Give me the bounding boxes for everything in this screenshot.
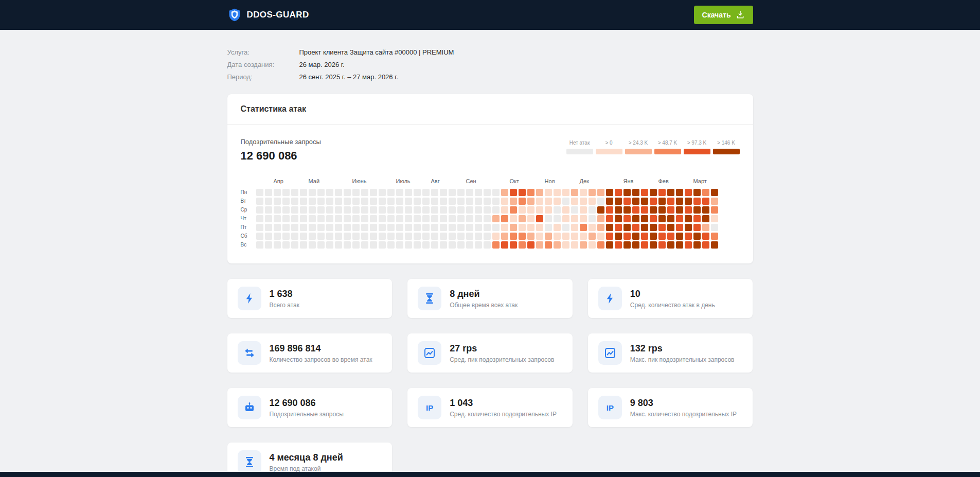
heatmap-cell: [422, 198, 430, 205]
heatmap-cell: [650, 224, 657, 231]
heatmap-cell: [693, 224, 701, 231]
heatmap-cell: [554, 189, 561, 196]
heatmap-cell: [632, 215, 639, 222]
legend-label: > 97.3 K: [687, 140, 707, 146]
heatmap-cell: [711, 206, 718, 214]
heatmap-cell: [475, 198, 482, 205]
heatmap-cell: [326, 224, 333, 231]
heatmap-cell: [475, 215, 482, 222]
stat-value: 4 месяца 8 дней: [270, 452, 343, 463]
heatmap-cell: [632, 206, 639, 214]
legend-swatch: [654, 149, 681, 154]
heatmap-cell: [282, 189, 290, 196]
heatmap-cell: [667, 215, 674, 222]
heatmap-cell: [545, 198, 552, 205]
heatmap-cell: [650, 198, 657, 205]
heatmap-cell: [676, 189, 683, 196]
legend-item: > 48.7 K: [654, 140, 681, 154]
heatmap-cell: [623, 198, 631, 205]
heatmap-cell: [615, 215, 622, 222]
stat-card: 27 rpsСред. пик подозрительных запросов: [407, 333, 573, 373]
heatmap-cell: [414, 233, 421, 240]
heatmap-cell: [562, 241, 569, 249]
meta-row-service: Услуга: Проект клиента Защита сайта #000…: [227, 48, 753, 56]
heatmap-cell: [632, 224, 639, 231]
heatmap-cell: [379, 206, 386, 214]
heatmap-cell: [457, 189, 465, 196]
download-button-label: Скачать: [702, 11, 731, 19]
heatmap-cell: [545, 189, 552, 196]
heatmap-cell: [265, 224, 272, 231]
heatmap-cell: [527, 241, 534, 249]
heatmap-cell: [449, 198, 456, 205]
day-label: Вс: [241, 241, 256, 250]
heatmap-cell: [615, 189, 622, 196]
heatmap-cell: [597, 189, 604, 196]
heatmap-cell: [335, 233, 342, 240]
heatmap-cell: [571, 241, 578, 249]
heatmap-cell: [580, 233, 587, 240]
stat-value: 169 896 814: [270, 343, 372, 354]
stat-card: 1 638Всего атак: [227, 279, 393, 318]
heatmap-cell: [414, 198, 421, 205]
heatmap-cell: [344, 233, 351, 240]
heatmap-cell: [282, 198, 290, 205]
heatmap-cell: [562, 198, 569, 205]
heatmap-cell: [597, 241, 604, 249]
stat-label: Сред. количество атак в день: [630, 302, 715, 309]
heatmap-cell: [685, 241, 692, 249]
heatmap-cell: [431, 189, 438, 196]
heatmap-cell: [510, 241, 517, 249]
heatmap-cell: [554, 215, 561, 222]
heatmap-cell: [457, 206, 465, 214]
heatmap-cell: [597, 215, 604, 222]
legend-item: > 0: [596, 140, 622, 154]
heatmap-cell: [693, 241, 701, 249]
heatmap-cell: [422, 215, 430, 222]
lightning-icon: [238, 287, 261, 310]
heatmap-cell: [396, 233, 403, 240]
heatmap-cell: [361, 198, 368, 205]
heatmap-cell: [326, 198, 333, 205]
heatmap-cell: [623, 189, 631, 196]
download-button[interactable]: Скачать: [694, 6, 753, 24]
heatmap-cell: [440, 241, 447, 249]
heatmap-cell: [344, 206, 351, 214]
heatmap-cell: [256, 198, 263, 205]
heatmap-cell: [352, 198, 360, 205]
meta-value: Проект клиента Защита сайта #00000 | PRE…: [299, 48, 454, 56]
heatmap-cell: [492, 215, 500, 222]
heatmap-cell: [510, 224, 517, 231]
heatmap-cell: [274, 224, 281, 231]
heatmap-cell: [589, 189, 596, 196]
heatmap-cell: [702, 215, 709, 222]
heatmap-cell: [510, 189, 517, 196]
heatmap-cell: [536, 224, 543, 231]
heatmap-cell: [466, 189, 473, 196]
heatmap-cell: [711, 215, 718, 222]
hourglass-icon: [418, 287, 441, 310]
heatmap-cell: [545, 206, 552, 214]
heatmap-cell: [449, 241, 456, 249]
heatmap-cell: [352, 206, 360, 214]
heatmap-cell: [658, 224, 666, 231]
heatmap-cell: [317, 198, 325, 205]
heatmap-cell: [405, 198, 412, 205]
heatmap-cell: [545, 241, 552, 249]
heatmap-cell: [326, 233, 333, 240]
heatmap-cell: [370, 206, 377, 214]
heatmap-cell: [667, 206, 674, 214]
heatmap-cell: [387, 198, 395, 205]
heatmap-cell: [431, 233, 438, 240]
heatmap-cell: [571, 233, 578, 240]
heatmap-cell: [317, 206, 325, 214]
heatmap-cell: [711, 224, 718, 231]
heatmap-cell: [370, 241, 377, 249]
legend-swatch: [684, 149, 710, 154]
heatmap-cell: [265, 233, 272, 240]
report-meta: Услуга: Проект клиента Защита сайта #000…: [227, 48, 753, 81]
heatmap-cell: [431, 198, 438, 205]
heatmap-cell: [484, 233, 491, 240]
heatmap-cell: [431, 206, 438, 214]
heatmap-cell: [685, 233, 692, 240]
